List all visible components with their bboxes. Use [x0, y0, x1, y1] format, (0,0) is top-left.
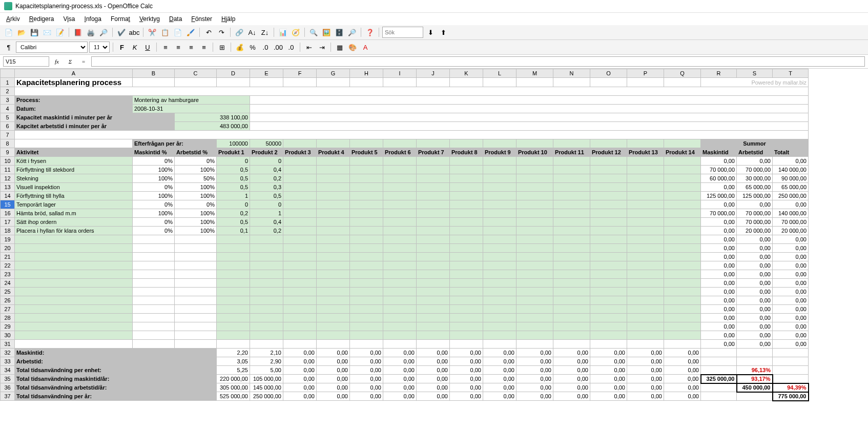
sort-desc-icon[interactable]: Z↓: [259, 27, 271, 38]
table-row[interactable]: 290,000,000,00: [1, 322, 809, 331]
find-icon[interactable]: 🔍: [308, 27, 319, 38]
zoom-icon[interactable]: 🔎: [346, 27, 358, 38]
styles-icon[interactable]: ¶: [3, 42, 14, 53]
font-size-select[interactable]: 11: [89, 42, 110, 53]
summary-row[interactable]: 36Total tidsanvändning arbetstid/år:305 …: [1, 383, 809, 392]
menu-redigera[interactable]: Redigera: [25, 14, 58, 24]
table-row[interactable]: 240,000,000,00: [1, 279, 809, 288]
datasources-icon[interactable]: 🗄️: [334, 27, 345, 38]
decrease-indent-icon[interactable]: ⇤: [303, 42, 315, 53]
menu-fonster[interactable]: Fönster: [187, 14, 216, 24]
sum-icon[interactable]: Σ: [65, 56, 76, 67]
spreadsheet-grid[interactable]: ABCDEFGHIJKLMNOPQRST 1Kapacitetsplanerin…: [0, 69, 868, 421]
fx-icon[interactable]: fx: [51, 56, 63, 67]
menu-visa[interactable]: Visa: [59, 14, 79, 24]
table-row[interactable]: 200,000,000,00: [1, 244, 809, 253]
menu-bar: Arkiv Redigera Visa Infoga Format Verkty…: [0, 13, 868, 25]
format-paint-icon[interactable]: 🖌️: [185, 27, 196, 38]
align-left-icon[interactable]: ≡: [160, 42, 171, 53]
menu-arkiv[interactable]: Arkiv: [2, 14, 24, 24]
table-row[interactable]: 260,000,000,00: [1, 296, 809, 305]
menu-hjalp[interactable]: Hjälp: [217, 14, 239, 24]
font-name-select[interactable]: Calibri: [16, 42, 88, 53]
mail-icon[interactable]: ✉️: [42, 27, 53, 38]
table-row[interactable]: 12Stekning100%50%0,50,260 000,0030 000,0…: [1, 174, 809, 183]
edit-icon[interactable]: 📝: [54, 27, 66, 38]
table-row[interactable]: 280,000,000,00: [1, 314, 809, 322]
align-center-icon[interactable]: ≡: [173, 42, 184, 53]
table-row[interactable]: 190,000,000,00: [1, 235, 809, 244]
gallery-icon[interactable]: 🖼️: [321, 27, 332, 38]
table-row[interactable]: 300,000,000,00: [1, 331, 809, 340]
hyperlink-icon[interactable]: 🔗: [234, 27, 245, 38]
summary-row[interactable]: 34Total tidsanvändning per enhet:5,255,0…: [1, 366, 809, 375]
table-row[interactable]: 18Placera i hyllan för klara orders0%100…: [1, 227, 809, 235]
table-row[interactable]: 15Temporärt lager0%0%000,000,000,00: [1, 200, 809, 209]
summary-row[interactable]: 33Arbetstid:3,052,900,000,000,000,000,00…: [1, 357, 809, 366]
bgcolor-icon[interactable]: 🎨: [347, 42, 358, 53]
navigator-icon[interactable]: 🧭: [290, 27, 301, 38]
format-toolbar: ¶ Calibri 11 F K U ≡ ≡ ≡ ≡ ⊞ 💰 % .0 .00 …: [0, 40, 868, 55]
formula-bar: fx Σ =: [0, 55, 868, 69]
table-row[interactable]: 14Förflyttning till hylla100%100%10,5125…: [1, 192, 809, 200]
table-row[interactable]: 270,000,000,00: [1, 305, 809, 314]
page-title: Kapacitetsplanering process: [15, 78, 133, 87]
summary-row[interactable]: 37Total tidsanvändning per år:525 000,00…: [1, 392, 809, 401]
table-row[interactable]: 310,000,000,00: [1, 340, 809, 349]
equals-icon[interactable]: =: [78, 56, 89, 67]
align-right-icon[interactable]: ≡: [185, 42, 197, 53]
menu-format[interactable]: Format: [107, 14, 134, 24]
paste-icon[interactable]: 📄: [172, 27, 183, 38]
autospell-icon[interactable]: abc: [129, 27, 140, 38]
undo-icon[interactable]: ↶: [203, 27, 214, 38]
standard-toolbar: 📄 📂 💾 ✉️ 📝 📕 🖨️ 🔎 ✔️ abc ✂️ 📋 📄 🖌️ ↶ ↷ 🔗…: [0, 25, 868, 40]
borders-icon[interactable]: ▦: [334, 42, 345, 53]
open-icon[interactable]: 📂: [16, 27, 27, 38]
column-headers[interactable]: ABCDEFGHIJKLMNOPQRST: [1, 69, 809, 78]
search-input[interactable]: [382, 27, 423, 38]
table-row[interactable]: 11Förflyttning till stekbord100%100%0,50…: [1, 166, 809, 174]
bold-icon[interactable]: F: [116, 42, 128, 53]
cut-icon[interactable]: ✂️: [147, 27, 158, 38]
table-row[interactable]: 210,000,000,00: [1, 253, 809, 261]
app-icon: [4, 2, 12, 10]
add-decimal-icon[interactable]: .00: [273, 42, 284, 53]
cell-reference-input[interactable]: [3, 56, 49, 67]
search-up-icon[interactable]: ⬆: [438, 27, 449, 38]
table-row[interactable]: 250,000,000,00: [1, 288, 809, 296]
table-row[interactable]: 10Kött i frysen0%0%000,000,000,00: [1, 157, 809, 166]
redo-icon[interactable]: ↷: [216, 27, 227, 38]
search-down-icon[interactable]: ⬇: [425, 27, 436, 38]
summary-row[interactable]: 35Total tidsanvändning maskintid/år:220 …: [1, 375, 809, 383]
table-row[interactable]: 230,000,000,00: [1, 270, 809, 279]
save-icon[interactable]: 💾: [29, 27, 40, 38]
preview-icon[interactable]: 🔎: [98, 27, 109, 38]
menu-verktyg[interactable]: Verktyg: [135, 14, 164, 24]
menu-infoga[interactable]: Infoga: [80, 14, 106, 24]
currency-icon[interactable]: 💰: [234, 42, 245, 53]
formula-input[interactable]: [91, 56, 865, 67]
percent-icon[interactable]: %: [247, 42, 258, 53]
fontcolor-icon[interactable]: A: [360, 42, 371, 53]
underline-icon[interactable]: U: [142, 42, 153, 53]
spellcheck-icon[interactable]: ✔️: [116, 27, 127, 38]
table-row[interactable]: 220,000,000,00: [1, 261, 809, 270]
print-icon[interactable]: 🖨️: [85, 27, 96, 38]
increase-indent-icon[interactable]: ⇥: [316, 42, 327, 53]
sort-asc-icon[interactable]: A↓: [246, 27, 258, 38]
export-pdf-icon[interactable]: 📕: [72, 27, 84, 38]
table-row[interactable]: 13Visuell inspektion0%100%0,50,30,0065 0…: [1, 183, 809, 192]
copy-icon[interactable]: 📋: [159, 27, 171, 38]
align-justify-icon[interactable]: ≡: [198, 42, 210, 53]
help-icon[interactable]: ❓: [364, 27, 376, 38]
menu-data[interactable]: Data: [165, 14, 186, 24]
italic-icon[interactable]: K: [129, 42, 140, 53]
new-icon[interactable]: 📄: [3, 27, 14, 38]
table-row[interactable]: 16Hämta bröd, sallad m.m100%100%0,2170 0…: [1, 209, 809, 218]
table-row[interactable]: 17Sätt ihop ordern0%100%0,50,40,0070 000…: [1, 218, 809, 227]
number-icon[interactable]: .0: [260, 42, 271, 53]
summary-row[interactable]: 32Maskintid:2,202,100,000,000,000,000,00…: [1, 349, 809, 357]
remove-decimal-icon[interactable]: .0: [285, 42, 297, 53]
merge-cells-icon[interactable]: ⊞: [216, 42, 228, 53]
chart-icon[interactable]: 📊: [277, 27, 288, 38]
